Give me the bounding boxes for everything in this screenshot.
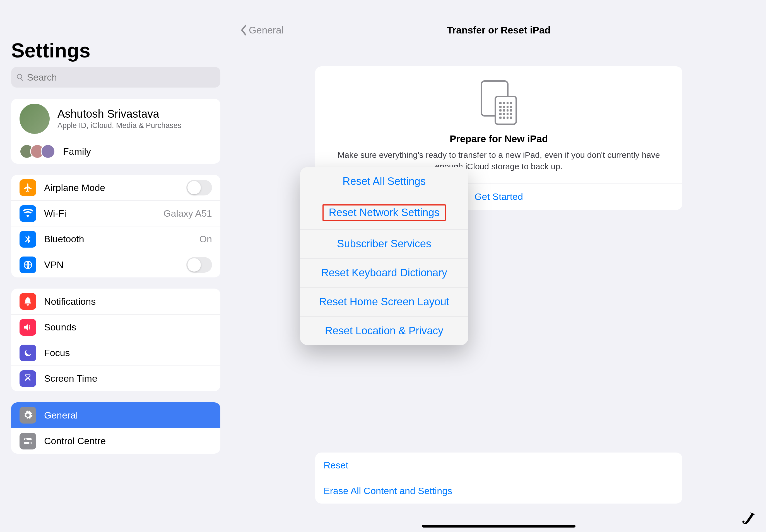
airplane-label: Airplane Mode bbox=[44, 182, 105, 193]
control-centre-row[interactable]: Control Centre bbox=[11, 428, 220, 454]
vpn-label: VPN bbox=[44, 259, 64, 270]
general-row[interactable]: General bbox=[11, 402, 220, 428]
home-indicator[interactable] bbox=[422, 525, 576, 528]
bluetooth-row[interactable]: Bluetooth On bbox=[11, 226, 220, 252]
popover-reset-location[interactable]: Reset Location & Privacy bbox=[300, 316, 468, 345]
control-centre-label: Control Centre bbox=[44, 436, 106, 446]
account-card: Ashutosh Srivastava Apple ID, iCloud, Me… bbox=[11, 99, 220, 164]
bluetooth-icon bbox=[20, 231, 36, 248]
family-row[interactable]: Family bbox=[11, 139, 220, 164]
notifications-row[interactable]: Notifications bbox=[11, 289, 220, 314]
bell-icon bbox=[20, 293, 36, 310]
connectivity-card: Airplane Mode Wi-Fi Galaxy A51 Bluetooth… bbox=[11, 175, 220, 277]
general-card: General Control Centre bbox=[11, 402, 220, 454]
search-icon bbox=[16, 73, 24, 81]
wifi-value: Galaxy A51 bbox=[163, 208, 212, 219]
notifications-label: Notifications bbox=[44, 296, 96, 307]
popover-reset-home[interactable]: Reset Home Screen Layout bbox=[300, 287, 468, 316]
scribble-mark: 𝑱 bbox=[742, 507, 756, 528]
airplane-toggle[interactable] bbox=[186, 180, 212, 195]
bluetooth-label: Bluetooth bbox=[44, 234, 84, 245]
vpn-icon bbox=[20, 257, 36, 273]
erase-row[interactable]: Erase All Content and Settings bbox=[315, 478, 682, 504]
sounds-label: Sounds bbox=[44, 322, 76, 333]
apple-id-row[interactable]: Ashutosh Srivastava Apple ID, iCloud, Me… bbox=[11, 99, 220, 139]
reset-card: Reset Erase All Content and Settings bbox=[315, 453, 682, 504]
search-input[interactable] bbox=[27, 72, 215, 83]
family-label: Family bbox=[63, 146, 91, 157]
wifi-label: Wi-Fi bbox=[44, 208, 66, 219]
sounds-row[interactable]: Sounds bbox=[11, 314, 220, 340]
page-title: Settings bbox=[0, 39, 231, 67]
account-sub: Apple ID, iCloud, Media & Purchases bbox=[57, 121, 181, 130]
screentime-label: Screen Time bbox=[44, 373, 97, 384]
alerts-card: Notifications Sounds Focus Screen Time bbox=[11, 289, 220, 391]
family-avatars bbox=[20, 144, 55, 159]
vpn-toggle[interactable] bbox=[186, 257, 212, 273]
wifi-row[interactable]: Wi-Fi Galaxy A51 bbox=[11, 200, 220, 226]
detail-title: Transfer or Reset iPad bbox=[447, 25, 551, 36]
focus-label: Focus bbox=[44, 347, 70, 358]
wifi-row-icon bbox=[20, 205, 36, 222]
moon-icon bbox=[20, 345, 36, 361]
airplane-icon bbox=[20, 179, 36, 196]
chevron-left-icon bbox=[239, 25, 247, 36]
popover-reset-all[interactable]: Reset All Settings bbox=[300, 167, 468, 196]
vpn-row[interactable]: VPN bbox=[11, 252, 220, 277]
focus-row[interactable]: Focus bbox=[11, 340, 220, 366]
popover-reset-keyboard[interactable]: Reset Keyboard Dictionary bbox=[300, 258, 468, 287]
general-label: General bbox=[44, 410, 78, 421]
prepare-title: Prepare for New iPad bbox=[332, 133, 666, 144]
airplane-mode-row[interactable]: Airplane Mode bbox=[11, 175, 220, 200]
popover-subscriber-services[interactable]: Subscriber Services bbox=[300, 229, 468, 258]
toggles-icon bbox=[20, 433, 36, 449]
settings-sidebar: Settings Ashutosh Srivastava Apple ID, i… bbox=[0, 0, 231, 532]
detail-header: General Transfer or Reset iPad bbox=[231, 13, 766, 47]
device-illustration bbox=[481, 80, 517, 125]
detail-pane: General Transfer or Reset iPad Prepare f… bbox=[231, 0, 766, 532]
highlight-annotation: Reset Network Settings bbox=[322, 204, 446, 221]
avatar bbox=[20, 104, 50, 134]
screen-time-row[interactable]: Screen Time bbox=[11, 366, 220, 391]
search-field[interactable] bbox=[11, 67, 220, 88]
back-button[interactable]: General bbox=[239, 25, 284, 36]
hourglass-icon bbox=[20, 370, 36, 387]
gear-icon bbox=[20, 407, 36, 424]
svg-point-4 bbox=[29, 442, 31, 444]
popover-reset-network[interactable]: Reset Network Settings bbox=[300, 196, 468, 229]
bluetooth-value: On bbox=[199, 234, 212, 245]
back-label: General bbox=[249, 25, 284, 36]
reset-popover: Reset All Settings Reset Network Setting… bbox=[300, 167, 468, 345]
reset-row[interactable]: Reset bbox=[315, 453, 682, 478]
speaker-icon bbox=[20, 319, 36, 336]
svg-point-2 bbox=[25, 438, 27, 440]
account-name: Ashutosh Srivastava bbox=[57, 108, 181, 120]
